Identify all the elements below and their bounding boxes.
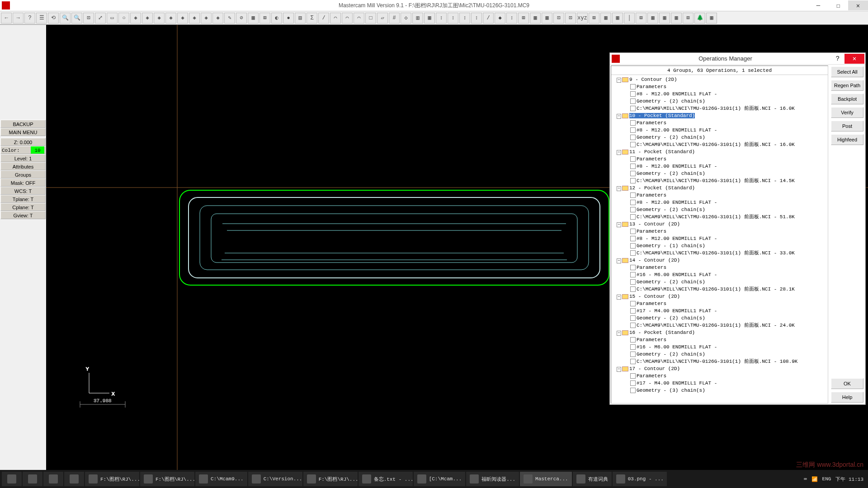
- toolbar-button-14[interactable]: ◈: [165, 13, 176, 23]
- taskbar-item-8[interactable]: F:\图档\RJ\...: [303, 472, 358, 486]
- toolbar-button-21[interactable]: ▦: [248, 13, 259, 23]
- op-child[interactable]: C:\MCAM9\MILL\NCI\TMU-0126G-3101(1) 前面板.…: [612, 286, 827, 293]
- op-child[interactable]: Parameters: [612, 83, 827, 90]
- toolbar-button-51[interactable]: ▦: [600, 13, 611, 23]
- toolbar-button-31[interactable]: □: [365, 13, 376, 23]
- op-node-16[interactable]: −16 - Pocket (Standard): [612, 329, 827, 336]
- mask-button[interactable]: Mask: OFF: [0, 178, 46, 187]
- toolbar-button-5[interactable]: 🔍: [60, 13, 71, 23]
- toolbar-button-35[interactable]: ▥: [412, 13, 423, 23]
- toolbar-button-26[interactable]: Σ: [307, 13, 317, 23]
- op-node-12[interactable]: −12 - Pocket (Standard): [612, 184, 827, 192]
- z-value[interactable]: Z: 0.000: [0, 138, 46, 146]
- close-button[interactable]: ✕: [848, 0, 868, 10]
- toolbar-button-24[interactable]: ●: [283, 13, 294, 23]
- taskbar-item-6[interactable]: C:\Mcam9...: [195, 472, 247, 486]
- toolbar-button-49[interactable]: xyz: [577, 13, 588, 23]
- op-node-17[interactable]: −17 - Contour (2D): [612, 365, 827, 372]
- toolbar-button-15[interactable]: ◈: [177, 13, 188, 23]
- op-node-15[interactable]: −15 - Contour (2D): [612, 293, 827, 300]
- taskbar-item-13[interactable]: 有道词典: [573, 472, 612, 486]
- toolbar-button-13[interactable]: ◈: [154, 13, 165, 23]
- taskbar-item-2[interactable]: [43, 472, 63, 486]
- op-child[interactable]: C:\MCAM9\MILL\NCI\TMU-0126G-3101(1) 前面板.…: [612, 249, 827, 257]
- groups-button[interactable]: Groups: [0, 170, 46, 178]
- toolbar-button-29[interactable]: ⌒: [342, 13, 353, 23]
- taskbar-item-3[interactable]: [64, 472, 84, 486]
- op-child[interactable]: #8 - M12.00 ENDMILL1 FLAT -: [612, 199, 827, 206]
- op-child[interactable]: #8 - M12.00 ENDMILL1 FLAT -: [612, 163, 827, 170]
- select-all-button[interactable]: Select All: [831, 66, 863, 77]
- toolbar-button-42[interactable]: ◆: [495, 13, 505, 23]
- opsmgr-close-button[interactable]: ✕: [844, 54, 864, 64]
- highfeed-button[interactable]: Highfeed: [831, 134, 863, 145]
- toolbar-button-53[interactable]: │: [624, 13, 635, 23]
- help-button[interactable]: Help: [831, 392, 863, 403]
- help-icon[interactable]: ?: [831, 55, 844, 62]
- op-child[interactable]: Geometry - (1) chain(s): [612, 242, 827, 249]
- op-child[interactable]: #8 - M12.00 ENDMILL1 FLAT -: [612, 127, 827, 134]
- taskbar-item-7[interactable]: C:\Version...: [248, 472, 302, 486]
- lang-indicator[interactable]: ENG: [822, 476, 831, 482]
- toolbar-button-32[interactable]: ▱: [377, 13, 388, 23]
- op-child[interactable]: C:\MCAM9\MILL\NCI\TMU-0126G-3101(1) 前面板.…: [612, 105, 827, 112]
- op-child[interactable]: #8 - M12.00 ENDMILL1 FLAT -: [612, 235, 827, 242]
- minimize-button[interactable]: —: [808, 0, 828, 10]
- toolbar-button-54[interactable]: ⊞: [636, 13, 646, 23]
- op-child[interactable]: C:\MCAM9\MILL\NCI\TMU-0126G-3101(1) 前面板.…: [612, 358, 827, 365]
- cplane-button[interactable]: Cplane: T: [0, 203, 46, 211]
- op-child[interactable]: Parameters: [612, 336, 827, 343]
- toolbar-button-36[interactable]: ▦: [424, 13, 435, 23]
- taskbar-item-9[interactable]: 备忘.txt - ...: [359, 472, 413, 486]
- toolbar-button-41[interactable]: /: [483, 13, 494, 23]
- toolbar-button-50[interactable]: ⊞: [589, 13, 599, 23]
- opsmgr-titlebar[interactable]: Operations Manager ? ✕: [610, 53, 865, 65]
- op-node-10[interactable]: −10 - Pocket (Standard): [612, 112, 827, 119]
- toolbar-button-23[interactable]: ◐: [271, 13, 282, 23]
- main-menu-button[interactable]: MAIN MENU: [0, 128, 46, 136]
- taskbar-item-1[interactable]: [23, 472, 42, 486]
- toolbar-button-22[interactable]: ⊞: [259, 13, 270, 23]
- op-node-13[interactable]: −13 - Contour (2D): [612, 221, 827, 228]
- toolbar-button-16[interactable]: ◈: [189, 13, 200, 23]
- wcs-button[interactable]: WCS: T: [0, 187, 46, 195]
- op-child[interactable]: Parameters: [612, 264, 827, 271]
- op-child[interactable]: Geometry - (3) chain(s): [612, 387, 827, 394]
- taskbar-item-14[interactable]: 03.png - ...: [613, 472, 667, 486]
- op-child[interactable]: Geometry - (2) chain(s): [612, 206, 827, 213]
- op-child[interactable]: Geometry - (2) chain(s): [612, 351, 827, 358]
- clock[interactable]: 下午 11:13: [835, 476, 863, 483]
- toolbar-button-11[interactable]: ◈: [130, 13, 141, 23]
- op-child[interactable]: #17 - M4.00 ENDMILL1 FLAT -: [612, 307, 827, 314]
- toolbar-button-39[interactable]: ↕: [459, 13, 470, 23]
- taskbar-item-5[interactable]: F:\图档\RJ\...: [140, 472, 194, 486]
- tplane-button[interactable]: Tplane: T: [0, 195, 46, 203]
- toolbar-button-18[interactable]: ◈: [212, 13, 223, 23]
- op-node-9[interactable]: −9 - Contour (2D): [612, 76, 827, 83]
- op-child[interactable]: C:\MCAM9\MILL\NCI\TMU-0126G-3101(1) 前面板.…: [612, 141, 827, 148]
- toolbar-button-60[interactable]: ▦: [706, 13, 717, 23]
- toolbar-button-6[interactable]: 🔍: [71, 13, 82, 23]
- operations-tree[interactable]: −9 - Contour (2D)Parameters#8 - M12.00 E…: [611, 75, 828, 403]
- op-child[interactable]: Parameters: [612, 119, 827, 127]
- op-child[interactable]: Geometry - (2) chain(s): [612, 134, 827, 141]
- toolbar-button-27[interactable]: /: [318, 13, 329, 23]
- toolbar-button-4[interactable]: ⟲: [48, 13, 59, 23]
- toolbar-button-9[interactable]: ▭: [107, 13, 118, 23]
- toolbar-button-55[interactable]: ▦: [647, 13, 658, 23]
- regen-path-button[interactable]: Regen Path: [831, 80, 863, 91]
- toolbar-button-45[interactable]: ▦: [530, 13, 541, 23]
- op-child[interactable]: Geometry - (2) chain(s): [612, 170, 827, 177]
- taskbar-item-11[interactable]: 福昕阅读器...: [466, 472, 519, 486]
- op-child[interactable]: #8 - M12.00 ENDMILL1 FLAT -: [612, 90, 827, 98]
- op-child[interactable]: Geometry - (2) chain(s): [612, 314, 827, 322]
- maximize-button[interactable]: ☐: [828, 0, 848, 10]
- ok-button[interactable]: OK: [831, 378, 863, 389]
- toolbar-button-40[interactable]: ↕: [471, 13, 482, 23]
- taskbar-item-12[interactable]: Masterca...: [520, 472, 572, 486]
- op-child[interactable]: C:\MCAM9\MILL\NCI\TMU-0126G-3101(1) 前面板.…: [612, 322, 827, 329]
- toolbar-button-19[interactable]: ✎: [224, 13, 235, 23]
- toolbar-button-8[interactable]: ⤢: [95, 13, 106, 23]
- op-child[interactable]: #17 - M4.00 ENDMILL1 FLAT -: [612, 380, 827, 387]
- toolbar-button-20[interactable]: ⊘: [236, 13, 247, 23]
